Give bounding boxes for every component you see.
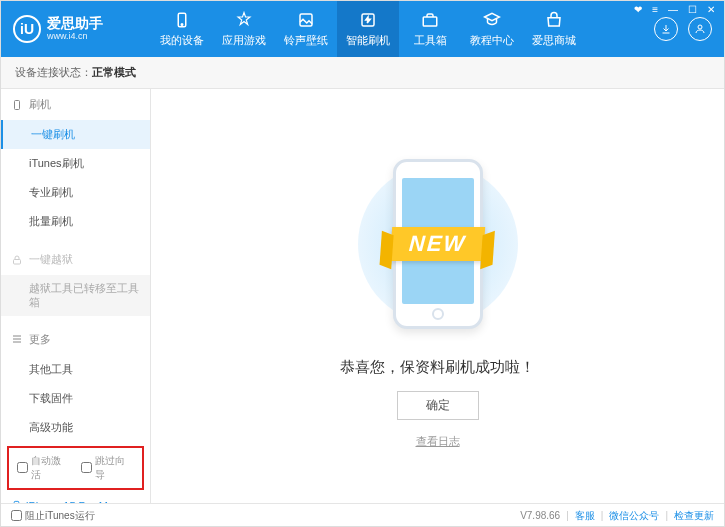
sidebar-group-flash[interactable]: 刷机 [1,89,150,120]
tutorial-icon [482,10,502,30]
nav-ringtones[interactable]: 铃声壁纸 [275,1,337,57]
view-log-link[interactable]: 查看日志 [416,434,460,449]
checkbox-skip-setup[interactable]: 跳过向导 [81,454,135,482]
nav-apps[interactable]: 应用游戏 [213,1,275,57]
app-name: 爱思助手 [47,16,103,31]
options-highlight: 自动激活 跳过向导 [7,446,144,490]
store-icon [544,10,564,30]
new-ribbon: NEW [390,227,486,261]
svg-rect-4 [423,17,437,26]
version-text: V7.98.66 [520,510,560,521]
app-url: www.i4.cn [47,32,103,42]
status-bar: 设备连接状态： 正常模式 [1,57,724,89]
minimize-icon[interactable]: — [666,4,680,15]
checkbox-block-itunes[interactable]: 阻止iTunes运行 [11,509,95,523]
svg-rect-7 [14,259,21,264]
status-prefix: 设备连接状态： [15,65,92,80]
apps-icon [234,10,254,30]
toolbox-icon [420,10,440,30]
lock-icon [11,254,23,266]
phone-small-icon [11,99,23,111]
checkbox-auto-activate[interactable]: 自动激活 [17,454,71,482]
status-value: 正常模式 [92,65,136,80]
nav-flash[interactable]: 智能刷机 [337,1,399,57]
sidebar-item-download[interactable]: 下载固件 [1,384,150,413]
svg-rect-8 [14,501,19,503]
logo-icon: iU [13,15,41,43]
footer-support[interactable]: 客服 [575,509,595,523]
sidebar: 刷机 一键刷机 iTunes刷机 专业刷机 批量刷机 一键越狱 越狱工具已转移至… [1,89,151,503]
app-logo: iU 爱思助手 www.i4.cn [13,15,151,43]
nav-tutorials[interactable]: 教程中心 [461,1,523,57]
success-illustration: NEW [368,144,508,344]
nav-toolbox[interactable]: 工具箱 [399,1,461,57]
sidebar-jailbreak-desc: 越狱工具已转移至工具箱 [1,275,150,316]
app-header: iU 爱思助手 www.i4.cn 我的设备 应用游戏 铃声壁纸 智能刷机 工具… [1,1,724,57]
sidebar-item-pro[interactable]: 专业刷机 [1,178,150,207]
flash-icon [358,10,378,30]
sidebar-item-advanced[interactable]: 高级功能 [1,413,150,442]
device-name-text: iPhone 15 Pro Max [26,500,120,503]
download-button[interactable] [654,17,678,41]
wallpaper-icon [296,10,316,30]
gift-icon[interactable]: ❤ [632,4,644,15]
sidebar-item-oneclick[interactable]: 一键刷机 [1,120,150,149]
main-content: NEW 恭喜您，保资料刷机成功啦！ 确定 查看日志 [151,89,724,503]
success-message: 恭喜您，保资料刷机成功啦！ [340,358,535,377]
svg-point-5 [698,25,702,29]
sidebar-item-itunes[interactable]: iTunes刷机 [1,149,150,178]
device-info[interactable]: iPhone 15 Pro Max 512GB iPhone [1,494,150,503]
footer-wechat[interactable]: 微信公众号 [609,509,659,523]
footer: 阻止iTunes运行 V7.98.66 | 客服 | 微信公众号 | 检查更新 [1,503,724,527]
ok-button[interactable]: 确定 [397,391,479,420]
user-button[interactable] [688,17,712,41]
device-icon [11,500,22,503]
sidebar-item-other[interactable]: 其他工具 [1,355,150,384]
maximize-icon[interactable]: ☐ [686,4,699,15]
sidebar-group-jailbreak: 一键越狱 [1,244,150,275]
nav-store[interactable]: 爱思商城 [523,1,585,57]
svg-point-1 [181,24,183,26]
top-nav: 我的设备 应用游戏 铃声壁纸 智能刷机 工具箱 教程中心 爱思商城 [151,1,654,57]
close-icon[interactable]: ✕ [705,4,717,15]
list-icon [11,333,23,345]
svg-rect-6 [15,100,20,109]
menu-icon[interactable]: ≡ [650,4,660,15]
nav-my-device[interactable]: 我的设备 [151,1,213,57]
phone-icon [172,10,192,30]
footer-update[interactable]: 检查更新 [674,509,714,523]
sidebar-group-more[interactable]: 更多 [1,324,150,355]
sidebar-item-batch[interactable]: 批量刷机 [1,207,150,236]
